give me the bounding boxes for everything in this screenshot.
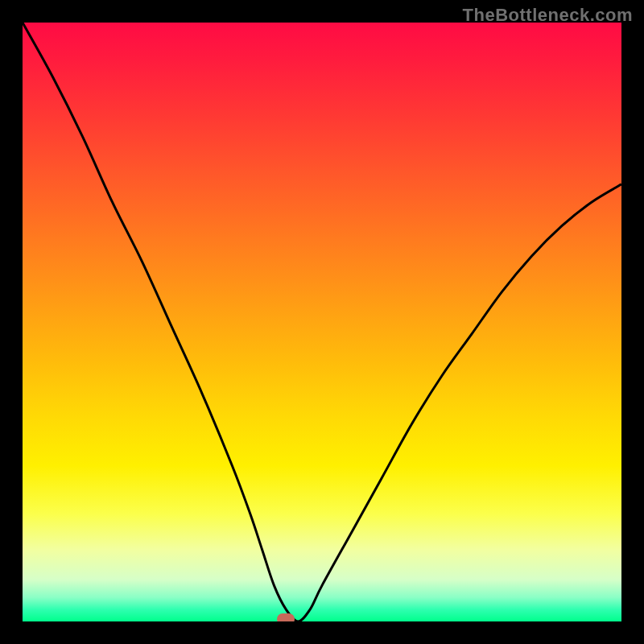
watermark-text: TheBottleneck.com (463, 5, 633, 26)
curve-path (23, 23, 621, 621)
optimal-marker (277, 613, 295, 621)
bottleneck-curve (23, 23, 621, 621)
plot-area (23, 23, 621, 621)
chart-frame: TheBottleneck.com (0, 0, 644, 644)
